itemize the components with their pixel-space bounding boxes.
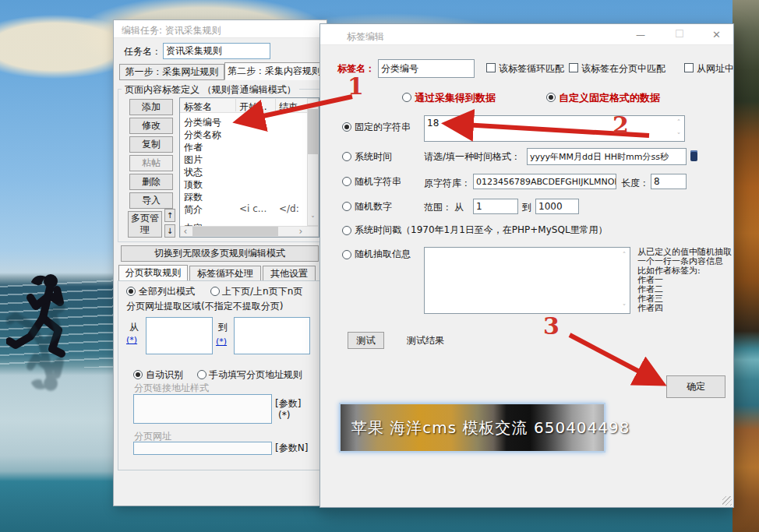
resize-grip[interactable] [722, 496, 732, 506]
scroll-left-icon[interactable]: ‹ [181, 227, 190, 236]
move-up-button[interactable]: ↑ [164, 209, 175, 222]
annotation-number-3: 3 [543, 315, 560, 338]
paste-button[interactable]: 粘帖 [129, 155, 173, 171]
modify-button[interactable]: 修改 [129, 118, 173, 134]
range-from-input[interactable]: 1 [473, 199, 518, 214]
tab-step2-content-rules[interactable]: 第二步：采集内容规则 [224, 62, 324, 80]
test-button-label: 测试 [357, 334, 376, 347]
loop-match-label: 该标签循环匹配 [499, 64, 564, 75]
col-header-end[interactable]: 结束 [279, 100, 298, 114]
to-wildcard-link[interactable]: (*) [216, 336, 227, 347]
extract-to-input[interactable] [234, 317, 310, 354]
test-button[interactable]: 测试 [348, 332, 384, 349]
tag-name-input[interactable]: 分类编号 [378, 59, 475, 78]
import-button[interactable]: 导入 [129, 192, 173, 209]
add-button[interactable]: 添加 [129, 99, 173, 115]
edit-task-window: 编辑任务: 资讯采集规则 任务名： 资讯采集规则 第一步：采集网址规则 第二步：… [113, 19, 327, 506]
switch-multipage-mode-button[interactable]: 切换到无限级多页规则编辑模式 [121, 245, 319, 262]
prev-next-mode-radio[interactable] [210, 287, 220, 296]
col-header-tagname[interactable]: 标签名 [184, 100, 212, 114]
tag-edit-window: 标签编辑 — ☐ ✕ 标签名： 分类编号 该标签循环匹配 该标签在分页中匹配 从… [319, 23, 734, 508]
table-row[interactable]: 分类名称 [184, 129, 221, 142]
random-pick-hint: 从已定义的值中随机抽取 一个一行一条内容信息 比如作者标签为: 作者一 作者二 … [637, 248, 734, 313]
tab-pagination-rules[interactable]: 分页获取规则 [118, 265, 188, 281]
tab-tag-loop[interactable]: 标签循环处理 [189, 266, 261, 281]
fixed-string-textarea[interactable]: 18 [424, 115, 685, 142]
manual-fill-radio[interactable] [197, 370, 207, 379]
list-all-mode-label: 全部列出模式 [139, 287, 195, 298]
table-row[interactable]: 图片 [184, 153, 203, 167]
maximize-icon: ☐ [675, 29, 684, 39]
random-string-radio[interactable] [342, 177, 351, 186]
modify-button-label: 修改 [142, 119, 161, 132]
move-down-button[interactable]: ↓ [164, 224, 175, 238]
scroll-up-icon[interactable]: ˄ [675, 118, 683, 126]
collected-data-radio[interactable] [402, 93, 411, 102]
charset-input[interactable]: 0123456789ABCDEFGHIJKLMNOPQRST [473, 174, 616, 189]
system-time-radio[interactable] [342, 152, 351, 161]
delete-button[interactable]: 删除 [129, 174, 173, 190]
multipage-manage-button[interactable]: 多页管理 [128, 211, 162, 238]
tab-other-settings[interactable]: 其他设置 [263, 266, 316, 281]
tag-define-group-title: 页面内容标签定义 （规则普通编辑模式） [122, 83, 299, 97]
match-in-page-label: 该标签在分页中匹配 [581, 64, 665, 75]
scroll-down-icon[interactable]: ˅ [308, 214, 318, 224]
link-style-label: 分页链接地址样式 [134, 383, 209, 394]
auto-detect-radio[interactable] [133, 370, 143, 379]
scroll-down-icon[interactable]: ˅ [675, 132, 683, 139]
timestamp-radio[interactable] [342, 226, 351, 235]
scroll-down-icon[interactable]: ˅ [620, 303, 628, 311]
fixed-string-radio[interactable] [342, 122, 351, 132]
table-cell-start: <i c... [239, 203, 267, 214]
match-in-page-checkbox[interactable] [569, 63, 578, 72]
random-pick-textarea[interactable] [424, 247, 630, 314]
copy-button[interactable]: 复制 [129, 136, 173, 153]
range-to-input[interactable]: 1000 [535, 199, 579, 214]
time-format-input[interactable]: yyyy年MM月dd日 HH时mm分ss秒 [527, 148, 687, 165]
table-row[interactable]: 状态 [184, 166, 203, 179]
list-vscroll-thumb[interactable] [308, 109, 318, 154]
random-number-radio[interactable] [342, 202, 351, 211]
ok-button[interactable]: 确定 [666, 375, 725, 398]
extract-from-input[interactable] [146, 317, 213, 354]
task-name-input[interactable]: 资讯采集规则 [163, 43, 270, 59]
scroll-right-icon[interactable]: › [296, 227, 305, 236]
table-row[interactable]: 分类编号 [184, 116, 221, 129]
page-url-label: 分页网址 [134, 432, 171, 442]
link-style-input[interactable] [133, 394, 272, 424]
param-n-label: [参数N] [275, 443, 308, 454]
random-pick-radio[interactable] [342, 250, 351, 259]
table-row[interactable]: 简介 [184, 203, 203, 217]
table-row[interactable]: 踩数 [184, 191, 203, 204]
page-url-input[interactable] [133, 442, 272, 455]
ad-banner[interactable]: 苹果 海洋cms 模板交流 650404498 [339, 403, 605, 453]
table-cell-end: </d: [279, 203, 299, 214]
to-label: 到 [218, 322, 228, 333]
tab-step2-label: 第二步：采集内容规则 [228, 65, 321, 78]
time-format-label: 请选/填一种时间格式： [424, 152, 521, 163]
tab-step1-url-rules[interactable]: 第一步：采集网址规则 [119, 64, 224, 80]
from-url-checkbox[interactable] [684, 63, 694, 72]
list-all-mode-radio[interactable] [126, 287, 136, 296]
from-url-label: 从网址中 [697, 64, 734, 75]
table-row[interactable]: 作者 [184, 141, 203, 154]
scroll-up-icon[interactable]: ˄ [620, 251, 628, 259]
desktop: 编辑任务: 资讯采集规则 任务名： 资讯采集规则 第一步：采集网址规则 第二步：… [0, 0, 759, 532]
tab-tag-loop-label: 标签循环处理 [197, 267, 253, 280]
time-format-picker-icon[interactable] [690, 150, 697, 161]
range-to-label: 到 [522, 203, 531, 213]
table-row[interactable]: 顶数 [184, 178, 203, 192]
close-icon[interactable]: ✕ [712, 30, 721, 40]
fixed-format-label: 自定义固定格式的数据 [559, 93, 660, 104]
import-button-label: 导入 [142, 194, 161, 207]
tab-step1-label: 第一步：采集网址规则 [125, 65, 219, 79]
list-hscroll-thumb[interactable] [192, 227, 278, 236]
col-separator [275, 99, 276, 111]
tag-listbox[interactable]: 标签名 开始... 结束 分类编号 分类名称 作者 图片 状态 顶数 踩数 简介… [179, 97, 319, 238]
from-wildcard-link[interactable]: (*) [126, 335, 137, 345]
fixed-format-radio[interactable] [546, 93, 556, 102]
minimize-icon[interactable]: — [636, 30, 645, 40]
col-header-start[interactable]: 开始... [239, 100, 267, 114]
length-input[interactable]: 8 [651, 174, 687, 189]
loop-match-checkbox[interactable] [486, 63, 496, 72]
